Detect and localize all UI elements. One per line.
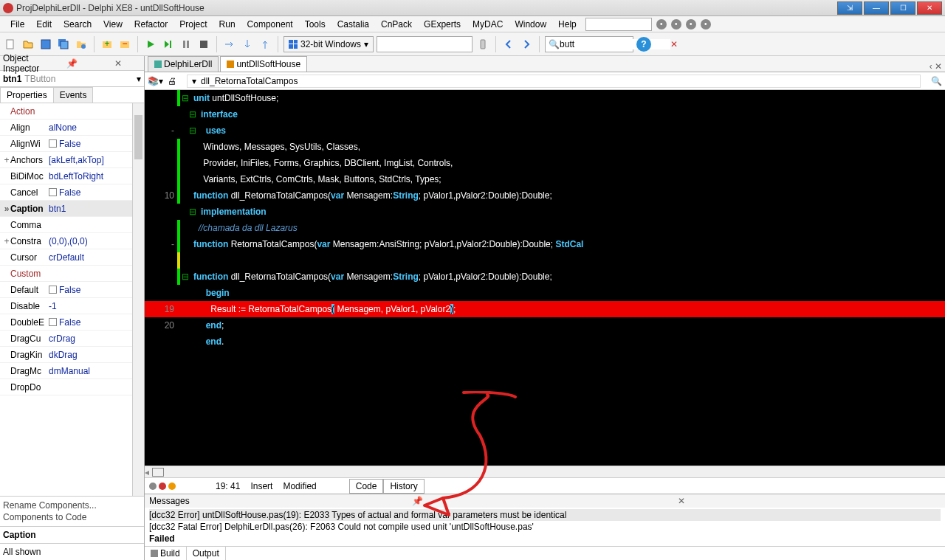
menu-bar: FileEditSearchViewRefactorProjectRunComp… [0,16,945,32]
property-row[interactable]: Custom [0,266,144,282]
editor-tab[interactable]: untDllSoftHouse [220,56,307,72]
forward-button[interactable] [519,37,534,52]
clear-search-icon[interactable]: ✕ [670,39,678,49]
platform-combo[interactable]: 32-bit Windows ▾ [284,36,374,52]
find-icon[interactable]: 🔍 [931,76,942,86]
menu-castalia[interactable]: Castalia [331,18,375,31]
menu-mydac[interactable]: MyDAC [467,18,509,31]
remove-file-button[interactable]: − [117,37,132,52]
oi-scrollbar[interactable] [132,103,144,496]
editor-tab[interactable]: DelphiLerDll [148,56,219,72]
insert-mode: Insert [250,481,272,491]
menu-component[interactable]: Component [241,18,299,31]
oi-tab-events[interactable]: Events [53,87,94,103]
open-project-button[interactable] [74,37,89,52]
property-row[interactable]: CancelFalse [0,184,144,201]
stop-button[interactable] [196,37,211,52]
property-row[interactable]: DragCucrDrag [0,331,144,347]
code-tab[interactable]: Code [349,479,384,494]
property-row[interactable]: Action [0,103,144,120]
property-row[interactable]: CursorcrDefault [0,249,144,266]
oi-link[interactable]: Rename Components... [3,499,141,511]
phone-icon[interactable] [475,37,490,52]
back-button[interactable] [501,37,516,52]
globe-icon[interactable]: • [656,19,667,30]
menu-refactor[interactable]: Refactor [128,18,173,31]
messages-close-icon[interactable]: ✕ [678,496,941,506]
maximize-button[interactable]: ☐ [890,1,915,15]
save-all-button[interactable] [56,37,71,52]
menu-help[interactable]: Help [552,18,583,31]
oi-link[interactable]: Components to Code [3,511,141,523]
menu-view[interactable]: View [97,18,128,31]
pause-button[interactable] [179,37,193,52]
menu-file[interactable]: File [4,18,30,31]
property-row[interactable]: Disable-1 [0,298,144,314]
macro-stop-icon[interactable] [168,483,176,490]
step-out-button[interactable] [258,37,272,52]
step-into-button[interactable] [240,37,255,52]
function-navigator[interactable]: ▾dll_RetornaTotalCampos [187,75,921,88]
message-line[interactable]: [dcc32 Error] untDllSoftHouse.pas(19): E… [149,509,941,521]
run-no-debug-button[interactable] [161,37,176,52]
property-row[interactable]: Comma [0,217,144,233]
property-row[interactable]: +Constra(0,0),(0,0) [0,233,144,249]
menu-gexperts[interactable]: GExperts [418,18,467,31]
code-editor[interactable]: ⊟unit untDllSoftHouse;⊟interface-⊟ uses … [145,90,945,466]
minimize-button[interactable]: — [864,1,889,15]
svg-text:−: − [122,38,127,49]
pin-icon[interactable]: 📌 [49,58,94,69]
message-line[interactable]: [dcc32 Fatal Error] DelphiLerDll.pas(26)… [149,521,941,533]
property-row[interactable]: »Captionbtn1 [0,201,144,217]
history-tab[interactable]: History [383,479,424,494]
messages-tab-build[interactable]: Build [145,547,187,560]
add-file-button[interactable]: + [100,37,114,52]
nav-dropdown-icon[interactable]: 📚▾ [148,76,163,86]
device-combo[interactable] [377,36,472,52]
messages-tab-output[interactable]: Output [187,547,226,560]
macro-play-icon[interactable] [149,483,157,490]
messages-pin-icon[interactable]: 📌 [412,496,675,506]
menu-layout-combo[interactable] [585,18,652,31]
property-row[interactable]: DropDo [0,379,144,395]
property-row[interactable]: +Anchors[akLeft,akTop] [0,152,144,168]
property-row[interactable]: DragKindkDrag [0,347,144,363]
open-button[interactable] [21,37,35,52]
menu-window[interactable]: Window [509,18,552,31]
menu-tools[interactable]: Tools [299,18,331,31]
search-input[interactable] [560,39,670,49]
mail-icon[interactable]: • [671,19,681,30]
property-row[interactable]: AlignWiFalse [0,136,144,152]
search-box[interactable]: 🔍 ✕ [545,36,633,52]
oi-property-grid: ActionAlignalNoneAlignWiFalse+Anchors[ak… [0,103,144,496]
step-over-button[interactable] [222,37,237,52]
help-button[interactable]: ? [636,37,651,52]
menu-cnpack[interactable]: CnPack [375,18,418,31]
macro-record-icon[interactable] [159,483,166,490]
run-button[interactable] [143,37,158,52]
close-panel-icon[interactable]: ✕ [95,58,141,69]
menu-run[interactable]: Run [213,18,241,31]
print-icon[interactable]: 🖨 [168,76,176,86]
property-row[interactable]: DoubleEFalse [0,314,144,331]
options-icon[interactable]: • [701,19,711,30]
menu-project[interactable]: Project [173,18,213,31]
menu-search[interactable]: Search [58,18,97,31]
menu-edit[interactable]: Edit [30,18,58,31]
property-row[interactable]: DefaultFalse [0,282,144,298]
new-button[interactable] [3,37,18,52]
close-button[interactable]: ✕ [917,1,942,15]
editor-tab-controls[interactable]: ‹ ✕ [929,61,945,72]
editor-hscroll[interactable]: ◂ [145,466,945,477]
svg-rect-11 [481,40,485,49]
restore-down-button[interactable]: ⇲ [837,1,862,15]
save-button[interactable] [38,37,53,52]
property-row[interactable]: AlignalNone [0,120,144,136]
message-line[interactable]: Failed [149,533,941,545]
property-row[interactable]: BiDiMocbdLeftToRight [0,168,144,184]
oi-component-combo[interactable]: btn1 TButton ▾ [0,71,144,87]
property-row[interactable]: DragMcdmManual [0,363,144,379]
calendar-icon[interactable]: • [686,19,696,30]
modified-state: Modified [283,481,316,491]
oi-tab-properties[interactable]: Properties [0,87,54,103]
